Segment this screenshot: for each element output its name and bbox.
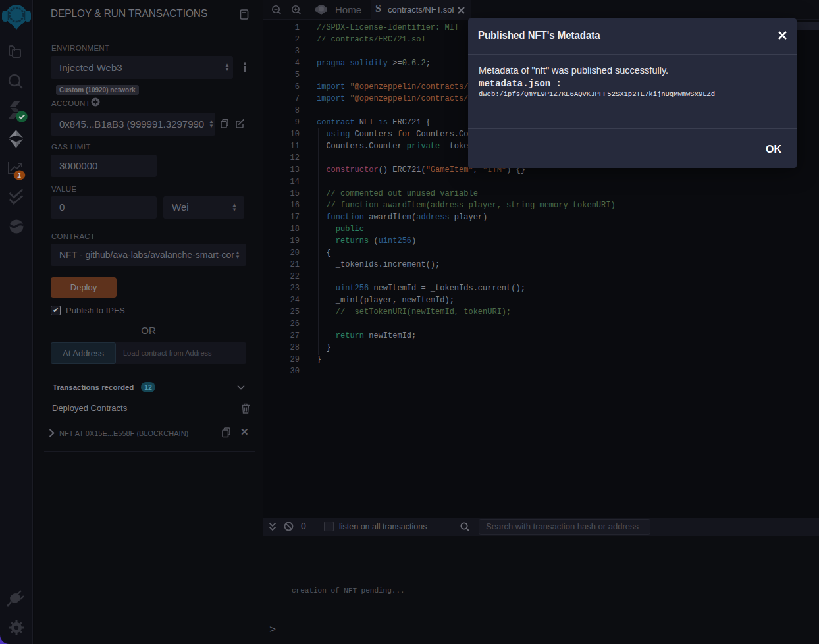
- svg-text:1: 1: [18, 171, 22, 179]
